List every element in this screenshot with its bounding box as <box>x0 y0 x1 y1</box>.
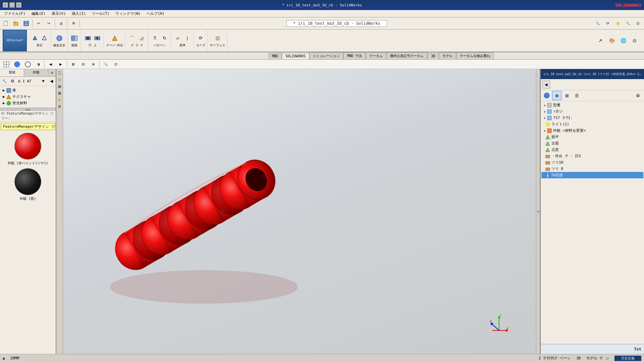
rp-icon-grid[interactable]: ⊞ <box>562 91 572 100</box>
rp-icon-list[interactable]: ☰ <box>572 91 582 100</box>
tab-3d[interactable]: 3D <box>427 53 439 59</box>
tree-item-8[interactable]: ・外出 テ - 日5 <box>541 153 643 159</box>
tree-item-3[interactable]: ライト(1) <box>541 121 643 127</box>
nav-back-button[interactable]: ◀ <box>542 80 550 88</box>
linear-pattern-button[interactable]: ⠿ <box>151 34 159 43</box>
view-3d-button[interactable]: ⊠ <box>68 60 78 69</box>
extrude-cut-button[interactable] <box>40 34 49 43</box>
fillet-button[interactable]: ⌒ <box>128 34 137 43</box>
menu-window[interactable]: ウィンドウ(W) <box>113 10 143 17</box>
revolve-button[interactable] <box>55 34 64 43</box>
title-input[interactable]: * iri_10_test_ma3_3d_cb - SolidWorks <box>286 20 387 27</box>
tab-stack-datum[interactable]: テータムを積み重ね <box>456 52 494 59</box>
menu-file[interactable]: ファイル(F) <box>1 10 28 17</box>
tab-simulation[interactable]: シミュレーション <box>309 52 343 59</box>
maximize-button[interactable]: □ <box>16 2 21 8</box>
tab-solidworks[interactable]: SOLIDWORKS <box>282 53 309 59</box>
new-button[interactable] <box>1 19 11 28</box>
menu-edit[interactable]: 編集(E) <box>29 10 48 17</box>
open-button[interactable] <box>11 19 21 28</box>
tree-item-4[interactable]: ▶ 外観 <材料を変更> <box>541 127 643 134</box>
tab-gtol[interactable]: 幾何公差記号テータム <box>386 52 427 59</box>
sidebar-collapse-arrow[interactable]: ◀ <box>48 77 55 85</box>
tree-item-0[interactable]: ▶ 型番 <box>541 102 643 108</box>
ref-plane-button[interactable]: ▱ <box>173 34 182 43</box>
minimize-button[interactable]: _ <box>9 2 15 8</box>
ge-instant-button[interactable]: GEInstanT <box>3 30 27 51</box>
view-wire-button[interactable] <box>23 60 33 69</box>
draft-button[interactable] <box>110 34 119 43</box>
undo-button[interactable]: ↩ <box>34 19 43 28</box>
menu-insert[interactable]: 挿入(I) <box>69 10 89 17</box>
sidebar-expand-button[interactable]: » <box>48 69 56 76</box>
chamfer-button[interactable]: ◿ <box>137 34 146 43</box>
redo-button[interactable]: ↪ <box>44 19 53 28</box>
viewport[interactable]: ↺ Z X Y <box>63 69 536 354</box>
status-mode-button[interactable]: 完全定義 <box>614 356 641 361</box>
tree-item-5[interactable]: 面平 <box>541 134 643 140</box>
close-button[interactable]: × <box>3 2 8 8</box>
vert-home-button[interactable]: 🏠 <box>57 70 63 76</box>
view-prev-button[interactable]: ◀ <box>46 60 55 69</box>
sidebar-search-button[interactable]: ⚙ <box>9 77 16 85</box>
tab-mbd-dim[interactable]: MBD 寸法 <box>343 52 366 59</box>
sidebar-item-texture[interactable]: ▶ テクスチャ <box>1 94 54 100</box>
tree-item-7[interactable]: 点意 <box>541 146 643 153</box>
view-next-button[interactable]: ▶ <box>56 60 65 69</box>
sidebar-tab-appearance[interactable]: 外観 <box>24 69 48 76</box>
sidebar-tab-shape[interactable]: 形状 <box>0 69 24 76</box>
mirror-button[interactable] <box>70 34 79 43</box>
sidebar-dropdown-button[interactable]: ▼ <box>40 77 47 85</box>
zoom-in-button[interactable]: 🔍 <box>101 60 110 69</box>
fit-button[interactable]: ⊡ <box>633 19 643 28</box>
circular-pattern-button[interactable]: ↻ <box>160 34 169 43</box>
ref-axis-button[interactable]: | <box>183 34 192 43</box>
collapse-handle[interactable]: ◀ <box>536 69 540 354</box>
tree-item-2[interactable]: ▶ 717 テ71- <box>541 115 643 121</box>
menu-help[interactable]: ヘルプ(H) <box>144 10 167 17</box>
menu-tools[interactable]: ツール(T) <box>89 10 112 17</box>
rotate-button[interactable]: ⟳ <box>603 19 612 28</box>
tree-item-11[interactable]: SV切面 <box>541 172 643 178</box>
material-black[interactable]: 外観 (黒) <box>1 168 54 201</box>
rp-icon-crosshair[interactable]: ⊕ <box>552 91 561 100</box>
print-button[interactable]: 🖨 <box>56 19 66 28</box>
save-button[interactable] <box>21 19 31 28</box>
tab-mbd[interactable]: MBD <box>268 53 282 59</box>
vert-orient-button[interactable]: □ <box>57 76 63 82</box>
pan-button[interactable]: ✋ <box>613 19 623 28</box>
view-flat-button[interactable]: ⊟ <box>78 60 88 69</box>
extrude-button[interactable] <box>31 34 39 43</box>
hole-button[interactable] <box>84 34 92 43</box>
tree-item-6[interactable]: 古面 <box>541 140 643 146</box>
material-red[interactable]: 外観 (赤ペイント(ツヤ)) <box>1 133 54 166</box>
sidebar-filter-button[interactable]: 🔧 <box>1 77 8 85</box>
view-color-button[interactable] <box>12 60 22 69</box>
sidebar-dropdown-label[interactable]: A 1 AT <box>17 79 39 83</box>
vert-color-button[interactable]: ◉ <box>57 97 63 103</box>
view-section-button[interactable]: ◑ <box>34 60 43 69</box>
surface-button[interactable]: ◫ <box>213 34 222 43</box>
rp-icon-sphere[interactable] <box>542 91 551 100</box>
vert-tree-button[interactable]: ☰ <box>57 103 63 109</box>
tree-item-9[interactable]: ツリ10 <box>541 159 643 166</box>
sidebar-item-fluorescent[interactable]: ▶ 蛍光材料 <box>1 100 54 106</box>
view-orient-button[interactable] <box>1 60 11 69</box>
view-clip-button[interactable]: ⊕ <box>89 60 98 69</box>
vert-right-button[interactable]: ▥ <box>57 90 63 96</box>
window-controls[interactable]: × _ □ <box>3 2 21 8</box>
tree-item-10[interactable]: ツリ 8 <box>541 166 643 172</box>
menu-view[interactable]: 表示(V) <box>49 10 68 17</box>
zoom-button[interactable]: 🔍 <box>623 19 633 28</box>
tab-datum[interactable]: テータム <box>366 52 386 59</box>
sidebar-item-shape[interactable]: ▶ 車 <box>1 87 54 94</box>
tab-model[interactable]: モデル <box>439 52 456 59</box>
export-button[interactable]: ↗ <box>595 35 606 46</box>
display-button[interactable]: ⊙ <box>629 35 640 46</box>
options-button[interactable]: ⚙ <box>69 19 78 28</box>
search-button[interactable]: 🔍 <box>593 19 602 28</box>
helix-button[interactable]: ⟳ <box>197 34 205 43</box>
appearance-button[interactable]: 🎨 <box>606 35 617 46</box>
tree-item-1[interactable]: ▶ ↑方ツ <box>541 108 643 115</box>
hole2-button[interactable] <box>93 34 102 43</box>
